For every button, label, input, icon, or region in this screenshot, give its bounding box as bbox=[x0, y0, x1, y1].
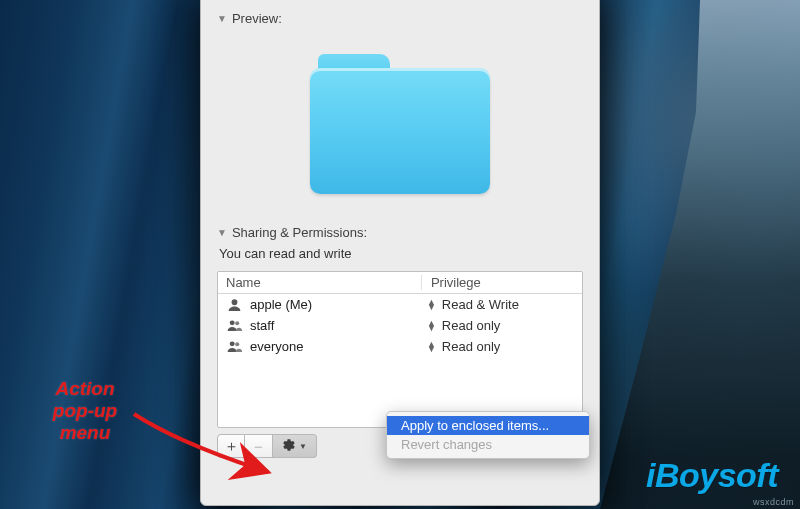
action-popup-menu: Apply to enclosed items... Revert change… bbox=[386, 411, 590, 459]
disclosure-triangle-icon[interactable]: ▼ bbox=[217, 13, 227, 24]
table-header: Name Privilege bbox=[218, 272, 582, 294]
permissions-header[interactable]: ▼ Sharing & Permissions: bbox=[217, 225, 583, 240]
stepper-icon: ▲▼ bbox=[427, 321, 436, 331]
preview-header-label: Preview: bbox=[232, 11, 282, 26]
chevron-down-icon: ▼ bbox=[299, 442, 307, 451]
action-popup-button[interactable]: ▼ bbox=[273, 434, 317, 458]
annotation-label: Action pop-up menu bbox=[30, 378, 140, 444]
svg-point-3 bbox=[230, 341, 235, 346]
privilege-value: Read only bbox=[442, 318, 501, 333]
people-icon bbox=[226, 340, 243, 354]
svg-point-2 bbox=[235, 321, 239, 325]
privilege-value: Read only bbox=[442, 339, 501, 354]
svg-point-1 bbox=[230, 320, 235, 325]
table-row[interactable]: staff ▲▼ Read only bbox=[218, 315, 582, 336]
privilege-select[interactable]: ▲▼ Read & Write bbox=[421, 297, 574, 312]
person-icon bbox=[226, 298, 243, 312]
preview-header[interactable]: ▼ Preview: bbox=[217, 11, 583, 26]
gear-icon bbox=[282, 438, 296, 455]
user-name: everyone bbox=[250, 339, 303, 354]
privilege-value: Read & Write bbox=[442, 297, 519, 312]
privilege-select[interactable]: ▲▼ Read only bbox=[421, 339, 574, 354]
people-icon bbox=[226, 319, 243, 333]
col-header-privilege[interactable]: Privilege bbox=[421, 275, 574, 290]
add-button[interactable]: ＋ bbox=[217, 434, 245, 458]
folder-icon bbox=[310, 54, 490, 194]
stepper-icon: ▲▼ bbox=[427, 300, 436, 310]
menu-item-revert-changes: Revert changes bbox=[387, 435, 589, 454]
disclosure-triangle-icon[interactable]: ▼ bbox=[217, 227, 227, 238]
privilege-select[interactable]: ▲▼ Read only bbox=[421, 318, 574, 333]
watermark: wsxdcdm bbox=[753, 497, 794, 507]
permissions-info: You can read and write bbox=[219, 246, 583, 261]
preview-area bbox=[217, 29, 583, 219]
table-row[interactable]: everyone ▲▼ Read only bbox=[218, 336, 582, 357]
table-row[interactable]: apple (Me) ▲▼ Read & Write bbox=[218, 294, 582, 315]
user-name: apple (Me) bbox=[250, 297, 312, 312]
permissions-header-label: Sharing & Permissions: bbox=[232, 225, 367, 240]
user-name: staff bbox=[250, 318, 274, 333]
menu-item-apply-enclosed[interactable]: Apply to enclosed items... bbox=[387, 416, 589, 435]
permissions-table: Name Privilege apple (Me) ▲▼ Read & Writ… bbox=[217, 271, 583, 428]
remove-button[interactable]: − bbox=[245, 434, 273, 458]
col-header-name[interactable]: Name bbox=[226, 275, 422, 290]
brand-logo: iBoysoft bbox=[646, 456, 778, 495]
svg-point-0 bbox=[232, 299, 238, 305]
svg-point-4 bbox=[235, 342, 239, 346]
stepper-icon: ▲▼ bbox=[427, 342, 436, 352]
